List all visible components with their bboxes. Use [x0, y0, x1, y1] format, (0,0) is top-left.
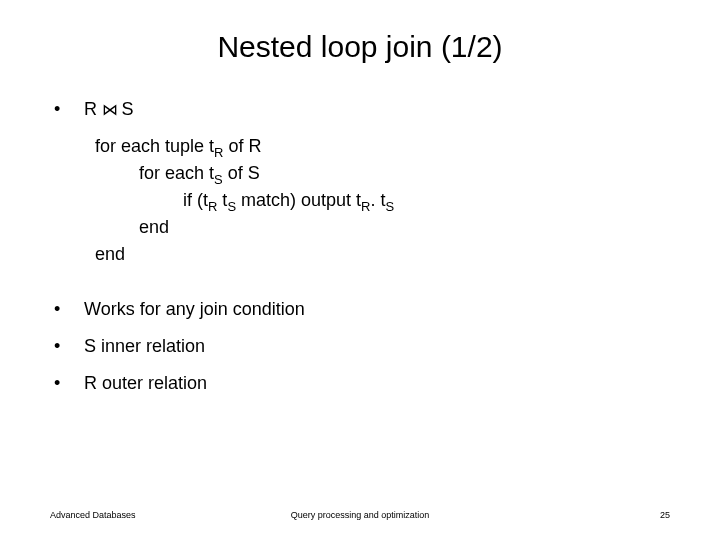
- algo-text: t: [217, 190, 227, 210]
- bullet-text: Works for any join condition: [84, 296, 670, 323]
- algo-end-outer: end: [95, 241, 670, 268]
- bullet-text: S inner relation: [84, 333, 670, 360]
- bullet-mark-icon: •: [50, 370, 84, 397]
- algo-condition: if (tR tS match) output tR. tS: [95, 187, 670, 214]
- join-expression: R ⋈ S: [84, 96, 670, 123]
- slide-content: • R ⋈ S for each tuple tR of R for each …: [50, 96, 670, 397]
- algo-text: of R: [223, 136, 261, 156]
- bullet-join-expression: • R ⋈ S: [50, 96, 670, 123]
- algo-text: of S: [223, 163, 260, 183]
- algo-text: if (t: [183, 190, 208, 210]
- algorithm-block: for each tuple tR of R for each tS of S …: [95, 133, 670, 268]
- algo-subscript: R: [208, 199, 217, 214]
- slide-footer: Advanced Databases Query processing and …: [0, 510, 720, 520]
- bullet-item: • Works for any join condition: [50, 296, 670, 323]
- footer-left: Advanced Databases: [50, 510, 136, 520]
- bullet-mark-icon: •: [50, 96, 84, 123]
- algo-text: . t: [370, 190, 385, 210]
- slide: Nested loop join (1/2) • R ⋈ S for each …: [0, 0, 720, 540]
- bullets-group: • Works for any join condition • S inner…: [50, 296, 670, 397]
- bowtie-icon: ⋈: [102, 100, 116, 118]
- algo-subscript: S: [385, 199, 394, 214]
- join-lhs: R: [84, 99, 97, 119]
- algo-outer-loop: for each tuple tR of R: [95, 133, 670, 160]
- bullet-item: • S inner relation: [50, 333, 670, 360]
- join-rhs: S: [121, 99, 133, 119]
- algo-end-inner: end: [95, 214, 670, 241]
- algo-subscript: S: [214, 172, 223, 187]
- slide-title: Nested loop join (1/2): [50, 30, 670, 64]
- footer-page-number: 25: [660, 510, 670, 520]
- bullet-mark-icon: •: [50, 333, 84, 360]
- algo-text: match) output t: [236, 190, 361, 210]
- bullet-item: • R outer relation: [50, 370, 670, 397]
- algo-inner-loop: for each tS of S: [95, 160, 670, 187]
- bullet-mark-icon: •: [50, 296, 84, 323]
- bullet-text: R outer relation: [84, 370, 670, 397]
- algo-subscript: S: [227, 199, 236, 214]
- algo-text: for each tuple t: [95, 136, 214, 156]
- algo-text: for each t: [139, 163, 214, 183]
